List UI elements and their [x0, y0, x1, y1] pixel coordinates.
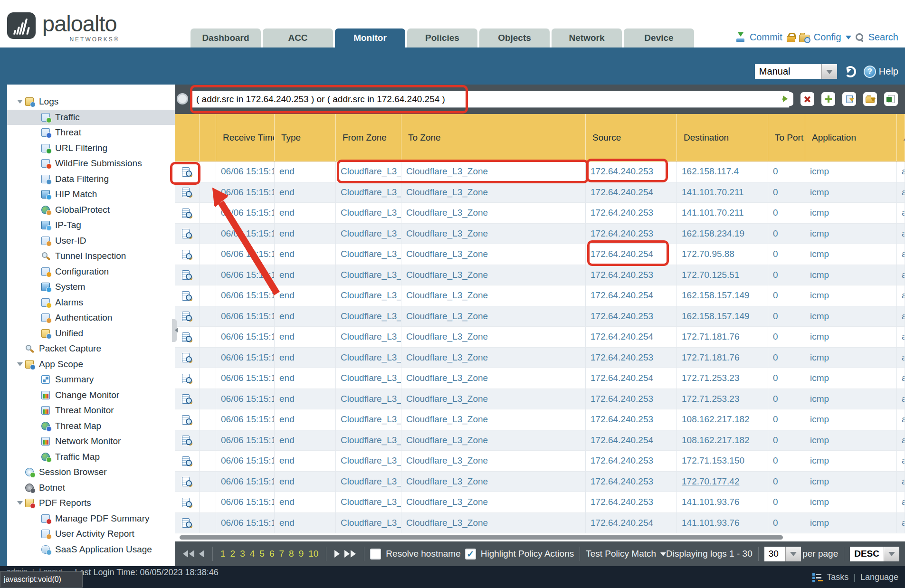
log-detail-button[interactable]	[175, 472, 200, 493]
per-page-dropdown-button[interactable]	[785, 547, 801, 561]
cell-source[interactable]: 172.64.240.254	[586, 182, 677, 203]
expander-triangle-icon[interactable]	[15, 128, 41, 137]
log-detail-button[interactable]	[175, 492, 200, 513]
expander-triangle-icon[interactable]	[15, 452, 41, 462]
cell-destination[interactable]: 162.158.234.19	[677, 224, 768, 245]
column-application[interactable]: Application	[805, 114, 897, 161]
column-source[interactable]: Source	[586, 114, 677, 161]
config-link[interactable]: Config	[814, 32, 841, 43]
column-from-zone[interactable]: From Zone	[336, 114, 401, 161]
cell-action[interactable]: al	[897, 265, 905, 286]
export-button[interactable]	[884, 92, 898, 106]
expander-triangle-icon[interactable]	[15, 467, 25, 477]
cell-to-zone[interactable]: Cloudflare_L3_Zone	[401, 430, 586, 451]
log-detail-button[interactable]	[175, 409, 200, 430]
cell-from-zone[interactable]: Cloudflare_L3_Zone	[336, 348, 401, 369]
cell-from-zone[interactable]: Cloudflare_L3_Zone	[336, 492, 401, 513]
save-filter-button[interactable]	[842, 92, 856, 106]
cell-source[interactable]: 172.64.240.253	[586, 389, 677, 410]
cell-to-zone[interactable]: Cloudflare_L3_Zone	[401, 368, 586, 389]
cell-from-zone[interactable]: Cloudflare_L3_Zone	[336, 244, 401, 265]
sidebar-item-packet-capture[interactable]: Packet Capture	[7, 341, 175, 357]
highlight-policy-actions-checkbox[interactable]	[465, 549, 476, 560]
cell-to-zone[interactable]: Cloudflare_L3_Zone	[401, 306, 586, 327]
expander-triangle-icon[interactable]	[15, 236, 41, 246]
expander-triangle-icon[interactable]	[15, 174, 41, 184]
expander-triangle-icon[interactable]	[15, 436, 41, 446]
cell-source[interactable]: 172.64.240.253	[586, 306, 677, 327]
expander-triangle-icon[interactable]	[15, 360, 25, 369]
cell-source[interactable]: 172.64.240.254	[586, 368, 677, 389]
page-number[interactable]: 1	[220, 549, 226, 559]
log-table-row[interactable]: 06/06 15:15:14 end Cloudflare_L3_Zone Cl…	[175, 451, 905, 472]
sidebar-item-threat-map[interactable]: Threat Map	[7, 418, 175, 434]
cell-action[interactable]: al	[897, 451, 905, 472]
log-table-row[interactable]: 06/06 15:15:16 end Cloudflare_L3_Zone Cl…	[175, 368, 905, 389]
expander-triangle-icon[interactable]	[15, 329, 41, 338]
tab-objects[interactable]: Objects	[479, 28, 550, 47]
sidebar-item-summary[interactable]: Summary	[7, 372, 175, 388]
cell-to-zone[interactable]: Cloudflare_L3_Zone	[401, 492, 586, 513]
sidebar-item-network-monitor[interactable]: Network Monitor	[7, 434, 175, 449]
column-type[interactable]: Type	[275, 114, 336, 161]
cell-to-zone[interactable]: Cloudflare_L3_Zone	[401, 472, 586, 493]
log-detail-button[interactable]	[175, 430, 200, 451]
sidebar-item-alarms[interactable]: Alarms	[7, 295, 175, 311]
log-detail-button[interactable]	[175, 451, 200, 472]
cell-destination[interactable]: 141.101.70.211	[677, 182, 768, 203]
cell-from-zone[interactable]: Cloudflare_L3_Zone	[336, 306, 401, 327]
sidebar-item-traffic-map[interactable]: Traffic Map	[7, 449, 175, 465]
log-detail-button[interactable]	[175, 306, 200, 327]
apply-filter-button[interactable]	[780, 92, 793, 106]
cell-to-zone[interactable]: Cloudflare_L3_Zone	[401, 203, 586, 224]
cell-application[interactable]: icmp	[805, 327, 897, 348]
cell-application[interactable]: icmp	[805, 203, 897, 224]
cell-source[interactable]: 172.64.240.254	[586, 285, 677, 306]
sort-order-dropdown-button[interactable]	[884, 547, 899, 561]
add-filter-button[interactable]	[821, 92, 835, 106]
cell-action[interactable]: al	[897, 513, 905, 534]
page-number[interactable]: 4	[250, 549, 255, 559]
sidebar-item-data-filtering[interactable]: Data Filtering	[7, 171, 175, 187]
cell-from-zone[interactable]: Cloudflare_L3_Zone	[336, 182, 401, 203]
tasks-link[interactable]: Tasks	[827, 572, 848, 582]
sidebar-item-threat-monitor[interactable]: Threat Monitor	[7, 403, 175, 418]
expander-triangle-icon[interactable]	[15, 113, 41, 122]
cell-to-zone[interactable]: Cloudflare_L3_Zone	[401, 224, 586, 245]
prev-page-button[interactable]	[199, 550, 204, 558]
cell-destination[interactable]: 162.158.157.149	[677, 285, 768, 306]
expander-triangle-icon[interactable]	[15, 298, 41, 307]
tab-network[interactable]: Network	[552, 28, 622, 47]
cell-from-zone[interactable]: Cloudflare_L3_Zone	[336, 368, 401, 389]
sort-order-select[interactable]: DESC	[850, 547, 899, 561]
page-number[interactable]: 10	[308, 549, 318, 559]
cell-source[interactable]: 172.64.240.253	[586, 265, 677, 286]
cell-action[interactable]: al	[897, 285, 905, 306]
sidebar-item-threat[interactable]: Threat	[7, 125, 175, 141]
cell-application[interactable]: icmp	[805, 265, 897, 286]
log-table-row[interactable]: 06/06 15:15:17 end Cloudflare_L3_Zone Cl…	[175, 306, 905, 327]
log-detail-button[interactable]	[175, 244, 200, 265]
cell-source[interactable]: 172.64.240.254	[586, 327, 677, 348]
cell-destination[interactable]: 141.101.70.211	[677, 203, 768, 224]
cell-from-zone[interactable]: Cloudflare_L3_Zone	[336, 409, 401, 430]
cell-action[interactable]: al	[897, 224, 905, 245]
sidebar-item-saas-application-usage[interactable]: SaaS Application Usage	[7, 542, 175, 558]
expander-triangle-icon[interactable]	[15, 205, 41, 215]
cell-action[interactable]: al	[897, 389, 905, 410]
expander-triangle-icon[interactable]	[15, 97, 25, 106]
log-table-row[interactable]: 06/06 15:15:19 end Cloudflare_L3_Zone Cl…	[175, 161, 905, 182]
last-page-button[interactable]	[344, 550, 356, 558]
cell-from-zone[interactable]: Cloudflare_L3_Zone	[336, 451, 401, 472]
cell-application[interactable]: icmp	[805, 513, 897, 534]
log-detail-button[interactable]	[175, 348, 200, 369]
cell-destination[interactable]: 172.71.153.150	[677, 451, 768, 472]
expander-triangle-icon[interactable]	[15, 159, 41, 168]
log-table-row[interactable]: 06/06 15:15:16 end Cloudflare_L3_Zone Cl…	[175, 327, 905, 348]
cell-action[interactable]: al	[897, 348, 905, 369]
sidebar-item-change-monitor[interactable]: Change Monitor	[7, 388, 175, 403]
cell-from-zone[interactable]: Cloudflare_L3_Zone	[336, 327, 401, 348]
cell-application[interactable]: icmp	[805, 224, 897, 245]
cell-to-zone[interactable]: Cloudflare_L3_Zone	[401, 161, 586, 182]
cell-to-zone[interactable]: Cloudflare_L3_Zone	[401, 513, 586, 534]
